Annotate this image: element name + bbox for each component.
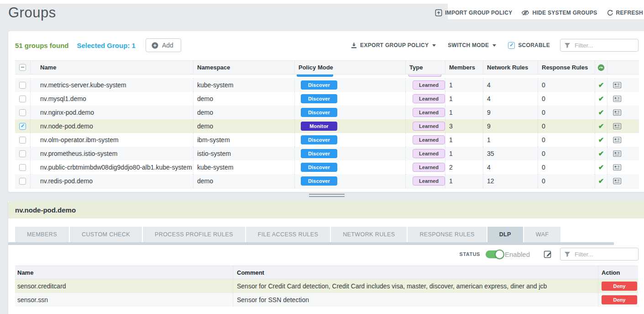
policy-mode-button[interactable]: Discover — [301, 163, 337, 172]
tab-custom-check[interactable]: CUSTOM CHECK — [70, 227, 142, 242]
group-detail-icon[interactable] — [613, 178, 622, 185]
network-rules-count: 4 — [483, 92, 538, 106]
type-badge: Learned — [413, 94, 445, 103]
dlp-sensor-row[interactable]: sensor.ssn Sensor for SSN detection Deny — [15, 293, 638, 307]
switch-mode-label: SWITCH MODE — [448, 42, 489, 48]
check-icon: ✔ — [598, 81, 604, 89]
scorable-checkbox[interactable] — [508, 42, 515, 49]
group-detail-icon[interactable] — [613, 137, 622, 144]
group-detail-icon[interactable] — [613, 82, 622, 89]
column-header-comment[interactable]: Comment — [233, 266, 598, 279]
column-header-namespace[interactable]: Namespace — [193, 61, 294, 74]
tab-response-rules[interactable]: RESPONSE RULES — [408, 227, 486, 242]
dlp-filter-input[interactable] — [574, 250, 634, 258]
members-count: 1 — [445, 78, 483, 92]
refresh-label: REFRESH — [616, 10, 643, 16]
type-badge: Learned — [413, 149, 445, 158]
funnel-icon — [564, 43, 571, 48]
table-row[interactable]: nv.redis-pod.demo demo Discover Learned … — [15, 174, 639, 188]
group-detail-icon[interactable] — [613, 164, 622, 171]
add-label: Add — [162, 42, 173, 49]
dlp-sensor-row-selected[interactable]: sensor.creditcard Sensor for Credit Card… — [15, 279, 638, 293]
tab-members[interactable]: MEMBERS — [15, 227, 69, 242]
group-detail-icon[interactable] — [613, 96, 622, 102]
column-header-type[interactable]: Type — [405, 61, 445, 74]
page-title: Groups — [8, 5, 56, 21]
policy-mode-button[interactable]: Monitor — [301, 122, 337, 131]
table-row[interactable]: nv.nginx-pod.demo demo Discover Learned … — [15, 106, 639, 119]
column-header-network-rules[interactable]: Network Rules — [483, 61, 538, 74]
tab-waf[interactable]: WAF — [524, 227, 561, 242]
table-row-selected[interactable]: nv.node-pod.demo demo Monitor Learned 3 … — [15, 119, 639, 133]
policy-mode-button[interactable]: Discover — [301, 149, 337, 158]
hide-system-groups-button[interactable]: HIDE SYSTEM GROUPS — [521, 9, 597, 16]
sensor-comment: Sensor for SSN detection — [233, 293, 598, 307]
policy-mode-button[interactable]: Discover — [301, 94, 337, 103]
network-rules-count: 9 — [483, 119, 538, 133]
policy-mode-button[interactable]: Discover — [301, 135, 337, 144]
dlp-status-row: STATUS Enabled — [8, 245, 644, 263]
eye-off-icon — [521, 9, 529, 16]
column-header-members[interactable]: Members — [445, 61, 483, 74]
deny-action-button[interactable]: Deny — [602, 282, 637, 291]
network-rules-count: 4 — [483, 78, 538, 92]
column-header-scorable — [595, 61, 607, 74]
table-row[interactable]: nv.mysql1.demo demo Discover Learned 1 4… — [15, 92, 639, 106]
row-checkbox[interactable] — [19, 137, 26, 144]
group-detail-icon[interactable] — [613, 123, 622, 130]
type-badge: Learned — [413, 122, 445, 131]
row-checkbox[interactable] — [19, 150, 26, 157]
group-detail-icon[interactable] — [613, 150, 622, 157]
sensor-comment: Sensor for Credit Card detection, Credit… — [233, 279, 598, 293]
members-count: 2 — [445, 160, 483, 174]
splitter-handle[interactable] — [309, 194, 345, 197]
row-checkbox[interactable] — [19, 109, 26, 116]
scorable-toggle[interactable]: SCORABLE — [508, 42, 550, 49]
column-header-policy-mode[interactable]: Policy Mode — [294, 61, 405, 74]
response-rules-count: 0 — [538, 133, 595, 147]
group-namespace: kube-system — [193, 78, 294, 92]
row-checkbox[interactable] — [19, 178, 26, 185]
add-button[interactable]: Add — [146, 38, 181, 52]
row-checkbox[interactable] — [19, 82, 26, 89]
switch-mode-button[interactable]: SWITCH MODE — [448, 42, 496, 48]
sensor-name: sensor.ssn — [15, 293, 233, 307]
import-label: IMPORT GROUP POLICY — [445, 10, 513, 16]
table-row[interactable]: nv.public-crbtmimbdw08dig9ddjo80-alb1.ku… — [15, 160, 639, 174]
check-icon: ✔ — [598, 95, 604, 103]
column-header-action[interactable]: Action — [598, 266, 638, 279]
deny-action-button[interactable]: Deny — [602, 295, 637, 304]
status-toggle[interactable] — [486, 250, 503, 258]
group-namespace: demo — [193, 106, 294, 119]
tab-process-profile-rules[interactable]: PROCESS PROFILE RULES — [143, 227, 245, 242]
tab-dlp[interactable]: DLP — [487, 227, 523, 242]
edit-button[interactable] — [544, 250, 553, 259]
table-row[interactable]: nv.metrics-server.kube-system kube-syste… — [15, 78, 639, 92]
groups-filter-input[interactable] — [574, 42, 634, 49]
row-checkbox[interactable] — [19, 96, 26, 102]
policy-mode-button[interactable]: Discover — [301, 176, 337, 186]
refresh-button[interactable]: REFRESH — [607, 10, 643, 16]
members-count: 1 — [445, 106, 483, 119]
table-row[interactable]: nv.prometheus.istio-system istio-system … — [15, 147, 639, 160]
policy-mode-button[interactable]: Discover — [301, 108, 337, 117]
response-rules-count: 0 — [538, 160, 595, 174]
column-header-name[interactable]: Name — [15, 266, 233, 279]
table-row[interactable]: nv.olm-operator.ibm-system ibm-system Di… — [15, 133, 639, 147]
group-detail-icon[interactable] — [613, 109, 622, 116]
group-name: nv.node-pod.demo — [30, 119, 193, 133]
import-group-policy-button[interactable]: IMPORT GROUP POLICY — [435, 9, 513, 16]
gauge-icon — [597, 64, 605, 71]
tab-file-access-rules[interactable]: FILE ACCESS RULES — [246, 227, 330, 242]
export-group-policy-button[interactable]: EXPORT GROUP POLICY — [351, 42, 436, 49]
members-count: 1 — [445, 147, 483, 160]
tab-network-rules[interactable]: NETWORK RULES — [331, 227, 407, 242]
column-header-name[interactable]: Name — [30, 61, 193, 74]
column-header-response-rules[interactable]: Response Rules — [538, 61, 595, 74]
members-count: 3 — [445, 119, 483, 133]
group-namespace: ibm-system — [193, 133, 294, 147]
row-checkbox[interactable] — [19, 164, 26, 171]
select-all-checkbox[interactable] — [19, 64, 26, 71]
row-checkbox[interactable] — [19, 123, 26, 130]
policy-mode-button[interactable]: Discover — [301, 80, 337, 90]
